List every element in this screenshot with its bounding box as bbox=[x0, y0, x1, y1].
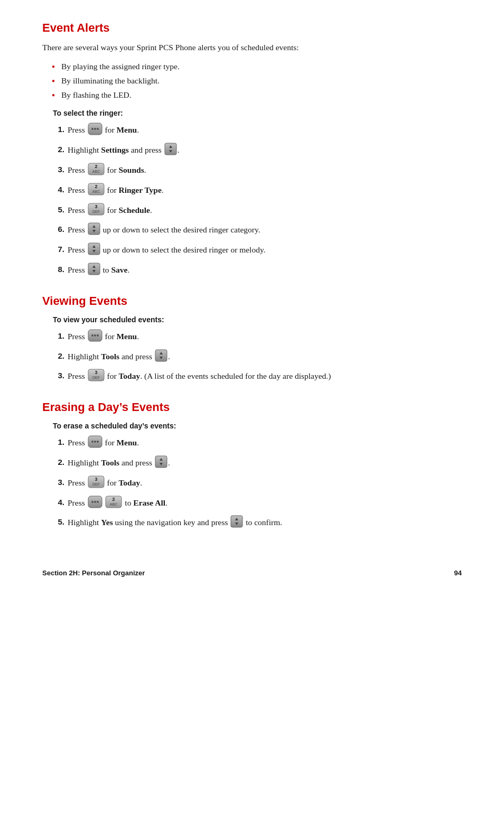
section-title-erasing-events: Erasing a Day’s Events bbox=[42, 400, 462, 414]
svg-point-1 bbox=[91, 128, 94, 130]
nav-key-icon-3 bbox=[88, 242, 100, 259]
svg-point-27 bbox=[94, 334, 96, 337]
svg-rect-22 bbox=[88, 263, 100, 275]
steps-list-ringer: 1. Press bbox=[53, 123, 462, 279]
sub-heading-select-ringer: To select the ringer: bbox=[53, 109, 462, 117]
svg-rect-16 bbox=[88, 223, 100, 235]
menu-key-icon bbox=[88, 123, 102, 139]
key-2abc-icon: 2 ABC bbox=[88, 163, 105, 180]
step-6: 6. Press bbox=[53, 222, 462, 239]
svg-point-36 bbox=[91, 441, 94, 443]
svg-text:2: 2 bbox=[113, 497, 115, 502]
step-3: 3. Press 2 ABC bbox=[53, 163, 462, 180]
step-8: 8. Press bbox=[53, 263, 462, 279]
key-3def-icon: 3 DEF bbox=[88, 203, 105, 220]
menu-key-icon-e1 bbox=[88, 435, 102, 452]
page-content: Event Alerts There are several ways your… bbox=[42, 21, 462, 577]
key-2abc-icon-e4: 2 ABC bbox=[105, 496, 122, 512]
key-3def-icon-v3: 3 DEF bbox=[88, 369, 105, 386]
key-3def-icon-e3: 3 DEF bbox=[88, 475, 105, 492]
svg-point-48 bbox=[97, 501, 99, 503]
svg-text:DEF: DEF bbox=[92, 376, 100, 379]
svg-text:DEF: DEF bbox=[92, 482, 100, 486]
svg-point-26 bbox=[91, 334, 94, 337]
nav-key-icon-e5 bbox=[230, 515, 243, 532]
menu-key-icon-e4 bbox=[88, 496, 102, 512]
steps-list-erasing: 1. Press bbox=[53, 435, 462, 532]
step-e2: 2. Highlight Tools and press bbox=[53, 455, 462, 472]
svg-point-46 bbox=[91, 501, 94, 503]
footer-section-label: Section 2H: Personal Organizer bbox=[42, 569, 145, 577]
svg-rect-19 bbox=[88, 243, 100, 255]
svg-text:ABC: ABC bbox=[92, 170, 99, 173]
step-e3: 3. Press 3 DEF bbox=[53, 475, 462, 492]
step-e4: 4. Press bbox=[53, 496, 462, 512]
svg-text:3: 3 bbox=[95, 477, 97, 482]
step-2: 2. Highlight Settings and press bbox=[53, 143, 462, 160]
svg-text:ABC: ABC bbox=[110, 502, 117, 506]
list-item: By playing the assigned ringer type. bbox=[52, 60, 462, 73]
svg-point-47 bbox=[94, 501, 96, 503]
section-title-event-alerts: Event Alerts bbox=[42, 21, 462, 35]
key-2abc-icon-2: 2 ABC bbox=[88, 183, 105, 200]
list-item: By flashing the LED. bbox=[52, 89, 462, 102]
svg-text:2: 2 bbox=[95, 184, 97, 189]
footer-page-number: 94 bbox=[454, 569, 462, 577]
svg-point-2 bbox=[94, 128, 96, 130]
svg-rect-39 bbox=[155, 456, 167, 468]
nav-key-icon-v2 bbox=[155, 349, 167, 366]
bullet-list: By playing the assigned ringer type. By … bbox=[52, 60, 462, 101]
step-v2: 2. Highlight Tools and press bbox=[53, 349, 462, 366]
step-7: 7. Press bbox=[53, 242, 462, 259]
svg-text:3: 3 bbox=[95, 204, 97, 209]
intro-text: There are several ways your Sprint PCS P… bbox=[42, 41, 462, 54]
svg-point-38 bbox=[97, 441, 99, 443]
page-footer: Section 2H: Personal Organizer 94 bbox=[42, 564, 462, 577]
nav-key-icon-e2 bbox=[155, 455, 167, 472]
nav-key-icon bbox=[164, 143, 177, 160]
step-4: 4. Press 2 ABC bbox=[53, 183, 462, 200]
svg-text:2: 2 bbox=[95, 164, 97, 169]
step-v3: 3. Press 3 DEF bbox=[53, 369, 462, 386]
section-title-viewing-events: Viewing Events bbox=[42, 294, 462, 308]
nav-key-icon-4 bbox=[88, 263, 100, 279]
sub-heading-erase-events: To erase a scheduled day’s events: bbox=[53, 422, 462, 430]
svg-rect-4 bbox=[165, 143, 176, 155]
svg-text:DEF: DEF bbox=[92, 210, 100, 213]
sub-heading-view-events: To view your scheduled events: bbox=[53, 315, 462, 324]
list-item: By illuminating the backlight. bbox=[52, 74, 462, 88]
svg-point-28 bbox=[97, 334, 99, 337]
step-e1: 1. Press bbox=[53, 435, 462, 452]
nav-key-icon-2 bbox=[88, 222, 100, 239]
step-v1: 1. Press bbox=[53, 329, 462, 346]
svg-point-3 bbox=[97, 128, 99, 130]
svg-text:3: 3 bbox=[95, 370, 97, 375]
svg-rect-29 bbox=[155, 350, 167, 361]
svg-point-37 bbox=[94, 441, 96, 443]
svg-text:ABC: ABC bbox=[92, 190, 99, 193]
steps-list-viewing: 1. Press bbox=[53, 329, 462, 386]
svg-rect-52 bbox=[231, 516, 242, 527]
step-e5: 5. Highlight Yes using the navigation ke… bbox=[53, 515, 462, 532]
step-1: 1. Press bbox=[53, 123, 462, 139]
step-5: 5. Press 3 DEF bbox=[53, 203, 462, 220]
menu-key-icon-v1 bbox=[88, 329, 102, 346]
